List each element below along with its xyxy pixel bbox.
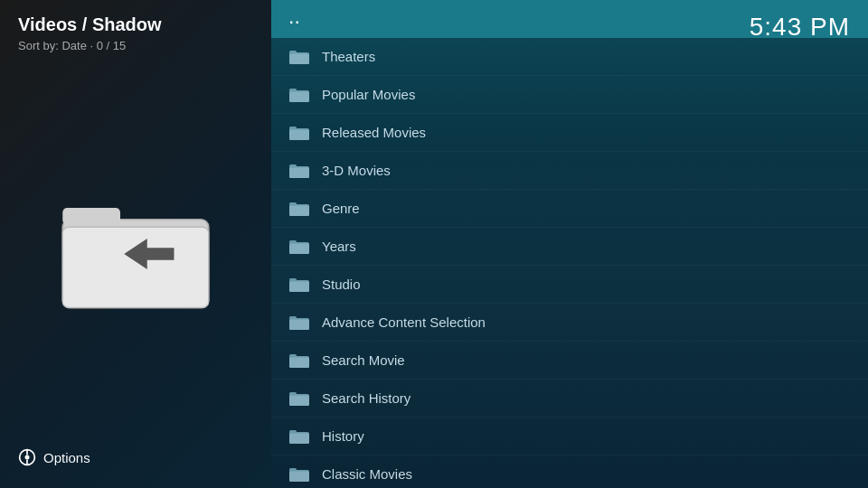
menu-item-label-popular-movies: Popular Movies <box>322 87 415 102</box>
folder-icon <box>289 466 309 483</box>
svg-rect-37 <box>289 395 309 406</box>
menu-item-label-released-movies: Released Movies <box>322 125 426 140</box>
menu-item-released-movies[interactable]: Released Movies <box>271 114 868 152</box>
menu-item-genre[interactable]: Genre <box>271 190 868 228</box>
folder-icon-container <box>18 60 253 448</box>
menu-item-theaters[interactable]: Theaters <box>271 38 868 76</box>
sidebar: Videos / Shadow Sort by: Date · 0 / 15 O… <box>0 0 271 488</box>
svg-rect-30 <box>289 316 297 320</box>
folder-icon <box>289 277 309 293</box>
svg-rect-43 <box>289 471 309 482</box>
svg-rect-19 <box>289 167 309 178</box>
svg-rect-34 <box>289 357 309 368</box>
svg-rect-42 <box>289 468 297 472</box>
folder-icon <box>289 314 309 331</box>
folder-icon <box>289 390 309 407</box>
svg-rect-24 <box>289 240 297 244</box>
svg-point-5 <box>25 455 30 460</box>
svg-rect-12 <box>289 89 297 92</box>
svg-rect-25 <box>289 243 309 254</box>
options-icon <box>18 448 36 466</box>
folder-back-icon <box>59 191 212 317</box>
svg-rect-2 <box>62 227 209 307</box>
menu-item-label-theaters: Theaters <box>322 49 375 64</box>
menu-item-popular-movies[interactable]: Popular Movies <box>271 76 868 114</box>
menu-item-label-search-movie: Search Movie <box>322 352 405 368</box>
menu-item-label-history: History <box>322 428 364 444</box>
menu-item-search-history[interactable]: Search History <box>271 380 868 418</box>
menu-item-history[interactable]: History <box>271 418 868 455</box>
folder-icon <box>289 428 309 445</box>
svg-rect-21 <box>289 202 297 206</box>
folder-icon <box>289 239 309 255</box>
menu-item-3d-movies[interactable]: 3-D Movies <box>271 152 868 190</box>
menu-item-label-genre: Genre <box>322 201 360 216</box>
menu-item-label-3d-movies: 3-D Movies <box>322 163 391 178</box>
menu-item-classic-movies[interactable]: Classic Movies <box>271 455 868 488</box>
back-label: .. <box>289 11 301 27</box>
svg-rect-39 <box>289 430 297 434</box>
svg-rect-27 <box>289 278 297 282</box>
menu-item-years[interactable]: Years <box>271 228 868 266</box>
svg-rect-28 <box>289 281 309 292</box>
folder-icon <box>289 201 309 217</box>
svg-rect-33 <box>289 354 297 358</box>
sidebar-header: Videos / Shadow Sort by: Date · 0 / 15 <box>18 14 162 52</box>
menu-item-search-movie[interactable]: Search Movie <box>271 342 868 380</box>
svg-rect-16 <box>289 129 309 140</box>
folder-icon <box>289 49 309 65</box>
menu-item-label-studio: Studio <box>322 277 361 292</box>
svg-rect-36 <box>289 392 297 396</box>
svg-rect-31 <box>289 319 309 330</box>
svg-rect-13 <box>289 91 309 102</box>
folder-icon <box>289 352 309 369</box>
menu-item-label-years: Years <box>322 239 356 254</box>
menu-item-label-advance-content-selection: Advance Content Selection <box>322 314 486 330</box>
folder-icon <box>289 125 309 141</box>
svg-rect-15 <box>289 127 297 130</box>
menu-list: .. TheatersPopular MoviesReleased Movies… <box>271 0 868 488</box>
svg-rect-1 <box>62 208 120 225</box>
svg-rect-22 <box>289 205 309 216</box>
options-label: Options <box>43 450 90 465</box>
sidebar-title: Videos / Shadow <box>18 14 162 35</box>
sidebar-footer[interactable]: Options <box>18 448 90 466</box>
menu-item-label-search-history: Search History <box>322 390 410 406</box>
folder-icon <box>289 163 309 179</box>
menu-item-label-classic-movies: Classic Movies <box>322 466 412 482</box>
menu-item-studio[interactable]: Studio <box>271 266 868 304</box>
sidebar-subtitle: Sort by: Date · 0 / 15 <box>18 39 162 52</box>
svg-rect-10 <box>289 53 309 64</box>
clock: 5:43 PM <box>750 13 850 42</box>
svg-rect-9 <box>289 51 297 54</box>
svg-rect-40 <box>289 433 309 444</box>
svg-rect-18 <box>289 164 297 168</box>
menu-item-advance-content-selection[interactable]: Advance Content Selection <box>271 304 868 342</box>
folder-icon <box>289 87 309 103</box>
